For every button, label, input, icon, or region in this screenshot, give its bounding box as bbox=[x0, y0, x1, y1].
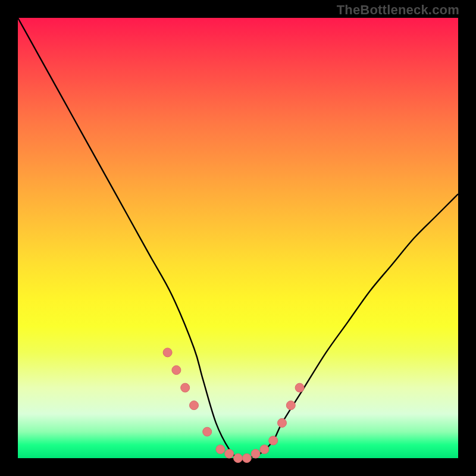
outer-frame: TheBottleneck.com bbox=[0, 0, 476, 476]
marker-dot bbox=[278, 418, 287, 427]
marker-dot bbox=[242, 454, 251, 463]
marker-dot bbox=[295, 383, 304, 392]
marker-dot bbox=[172, 366, 181, 375]
marker-dot bbox=[286, 401, 295, 410]
marker-dot bbox=[251, 449, 260, 458]
marker-dot bbox=[269, 436, 278, 445]
marker-dot bbox=[203, 427, 212, 436]
marker-dot bbox=[216, 445, 225, 454]
marker-dot bbox=[163, 348, 172, 357]
plot-area bbox=[18, 18, 458, 458]
curve-markers bbox=[163, 348, 304, 463]
marker-dot bbox=[225, 449, 234, 458]
marker-dot bbox=[181, 383, 190, 392]
bottleneck-curve bbox=[18, 18, 458, 458]
marker-dot bbox=[190, 401, 199, 410]
marker-dot bbox=[260, 445, 269, 454]
marker-dot bbox=[234, 454, 243, 463]
attribution-label: TheBottleneck.com bbox=[337, 2, 459, 18]
curve-line bbox=[18, 18, 458, 459]
